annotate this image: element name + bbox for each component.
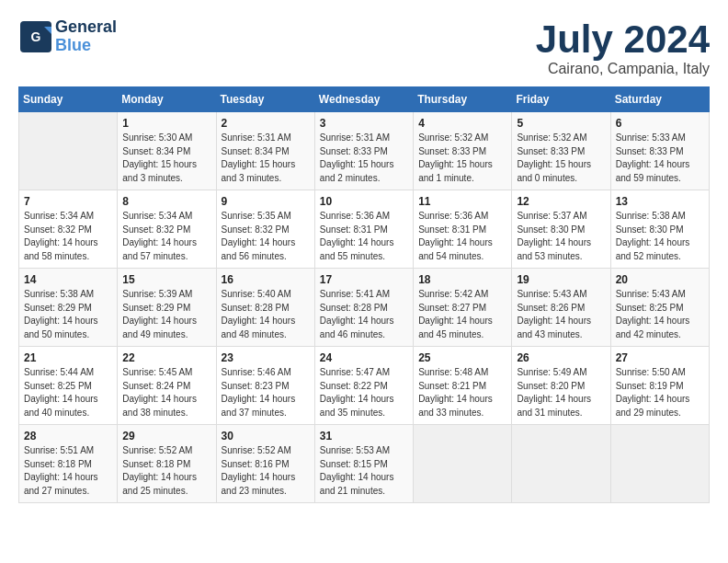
day-number: 8 bbox=[122, 195, 210, 208]
day-number: 22 bbox=[122, 351, 210, 364]
calendar-cell-w1-d7: 6Sunrise: 5:33 AM Sunset: 8:33 PM Daylig… bbox=[610, 112, 709, 190]
day-detail: Sunrise: 5:38 AM Sunset: 8:29 PM Dayligh… bbox=[24, 288, 112, 341]
day-detail: Sunrise: 5:47 AM Sunset: 8:22 PM Dayligh… bbox=[320, 366, 408, 419]
calendar-cell-w3-d1: 14Sunrise: 5:38 AM Sunset: 8:29 PM Dayli… bbox=[19, 269, 118, 347]
calendar-week-3: 14Sunrise: 5:38 AM Sunset: 8:29 PM Dayli… bbox=[19, 269, 710, 347]
day-detail: Sunrise: 5:38 AM Sunset: 8:30 PM Dayligh… bbox=[616, 210, 704, 263]
day-number: 24 bbox=[320, 351, 408, 364]
day-number: 15 bbox=[122, 273, 210, 286]
calendar-cell-w3-d3: 16Sunrise: 5:40 AM Sunset: 8:28 PM Dayli… bbox=[216, 269, 314, 347]
day-detail: Sunrise: 5:32 AM Sunset: 8:33 PM Dayligh… bbox=[517, 132, 605, 185]
day-number: 20 bbox=[616, 273, 704, 286]
calendar-cell-w4-d1: 21Sunrise: 5:44 AM Sunset: 8:25 PM Dayli… bbox=[19, 347, 118, 425]
day-number: 14 bbox=[24, 273, 112, 286]
calendar-cell-w2-d5: 11Sunrise: 5:36 AM Sunset: 8:31 PM Dayli… bbox=[414, 190, 512, 269]
calendar-cell-w1-d5: 4Sunrise: 5:32 AM Sunset: 8:33 PM Daylig… bbox=[414, 112, 512, 190]
day-detail: Sunrise: 5:41 AM Sunset: 8:28 PM Dayligh… bbox=[320, 288, 408, 341]
calendar-cell-w4-d7: 27Sunrise: 5:50 AM Sunset: 8:19 PM Dayli… bbox=[610, 347, 709, 425]
calendar-cell-w5-d2: 29Sunrise: 5:52 AM Sunset: 8:18 PM Dayli… bbox=[118, 425, 216, 503]
header-tuesday: Tuesday bbox=[216, 87, 314, 112]
calendar-cell-w1-d4: 3Sunrise: 5:31 AM Sunset: 8:33 PM Daylig… bbox=[314, 112, 413, 190]
day-detail: Sunrise: 5:31 AM Sunset: 8:34 PM Dayligh… bbox=[222, 132, 310, 185]
day-detail: Sunrise: 5:39 AM Sunset: 8:29 PM Dayligh… bbox=[122, 288, 210, 341]
day-number: 28 bbox=[24, 430, 112, 442]
day-number: 1 bbox=[122, 117, 210, 130]
day-number: 17 bbox=[320, 273, 408, 286]
calendar-cell-w4-d3: 23Sunrise: 5:46 AM Sunset: 8:23 PM Dayli… bbox=[216, 347, 314, 425]
day-number: 6 bbox=[616, 117, 704, 130]
day-number: 11 bbox=[418, 195, 506, 208]
header-saturday: Saturday bbox=[610, 87, 709, 112]
calendar-month-year: July 2024 bbox=[536, 18, 710, 61]
day-number: 10 bbox=[320, 195, 408, 208]
day-number: 25 bbox=[418, 351, 506, 364]
calendar-cell-w1-d2: 1Sunrise: 5:30 AM Sunset: 8:34 PM Daylig… bbox=[118, 112, 216, 190]
day-number: 26 bbox=[517, 351, 605, 364]
header-wednesday: Wednesday bbox=[314, 87, 413, 112]
day-detail: Sunrise: 5:36 AM Sunset: 8:31 PM Dayligh… bbox=[418, 210, 506, 263]
day-detail: Sunrise: 5:31 AM Sunset: 8:33 PM Dayligh… bbox=[320, 132, 408, 185]
calendar-table: Sunday Monday Tuesday Wednesday Thursday… bbox=[18, 86, 710, 503]
header-friday: Friday bbox=[512, 87, 610, 112]
calendar-cell-w5-d3: 30Sunrise: 5:52 AM Sunset: 8:16 PM Dayli… bbox=[216, 425, 314, 503]
calendar-cell-w2-d4: 10Sunrise: 5:36 AM Sunset: 8:31 PM Dayli… bbox=[314, 190, 413, 269]
calendar-cell-w4-d2: 22Sunrise: 5:45 AM Sunset: 8:24 PM Dayli… bbox=[118, 347, 216, 425]
day-detail: Sunrise: 5:43 AM Sunset: 8:26 PM Dayligh… bbox=[517, 288, 605, 341]
day-number: 23 bbox=[222, 351, 310, 364]
day-number: 16 bbox=[222, 273, 310, 286]
day-number: 4 bbox=[418, 117, 506, 130]
calendar-week-4: 21Sunrise: 5:44 AM Sunset: 8:25 PM Dayli… bbox=[19, 347, 710, 425]
calendar-week-5: 28Sunrise: 5:51 AM Sunset: 8:18 PM Dayli… bbox=[19, 425, 710, 503]
calendar-cell-w5-d6 bbox=[512, 425, 610, 503]
calendar-week-1: 1Sunrise: 5:30 AM Sunset: 8:34 PM Daylig… bbox=[19, 112, 710, 190]
day-detail: Sunrise: 5:44 AM Sunset: 8:25 PM Dayligh… bbox=[24, 366, 112, 419]
header-sunday: Sunday bbox=[19, 87, 118, 112]
day-detail: Sunrise: 5:52 AM Sunset: 8:16 PM Dayligh… bbox=[222, 444, 310, 498]
day-number: 21 bbox=[24, 351, 112, 364]
day-detail: Sunrise: 5:51 AM Sunset: 8:18 PM Dayligh… bbox=[24, 444, 112, 498]
day-detail: Sunrise: 5:52 AM Sunset: 8:18 PM Dayligh… bbox=[122, 444, 210, 498]
day-detail: Sunrise: 5:43 AM Sunset: 8:25 PM Dayligh… bbox=[616, 288, 704, 341]
calendar-cell-w3-d7: 20Sunrise: 5:43 AM Sunset: 8:25 PM Dayli… bbox=[610, 269, 709, 347]
calendar-cell-w3-d4: 17Sunrise: 5:41 AM Sunset: 8:28 PM Dayli… bbox=[314, 269, 413, 347]
day-number: 29 bbox=[122, 430, 210, 442]
logo-icon: G bbox=[18, 19, 53, 54]
day-number: 3 bbox=[320, 117, 408, 130]
logo-text-blue: Blue bbox=[55, 37, 117, 55]
day-detail: Sunrise: 5:40 AM Sunset: 8:28 PM Dayligh… bbox=[222, 288, 310, 341]
calendar-cell-w5-d7 bbox=[610, 425, 709, 503]
logo-text-general: General bbox=[55, 17, 117, 36]
calendar-cell-w2-d3: 9Sunrise: 5:35 AM Sunset: 8:32 PM Daylig… bbox=[216, 190, 314, 269]
day-number: 7 bbox=[24, 195, 112, 208]
day-detail: Sunrise: 5:33 AM Sunset: 8:33 PM Dayligh… bbox=[616, 132, 704, 185]
day-number: 18 bbox=[418, 273, 506, 286]
day-detail: Sunrise: 5:34 AM Sunset: 8:32 PM Dayligh… bbox=[24, 210, 112, 263]
day-number: 27 bbox=[616, 351, 704, 364]
calendar-cell-w4-d5: 25Sunrise: 5:48 AM Sunset: 8:21 PM Dayli… bbox=[414, 347, 512, 425]
day-detail: Sunrise: 5:45 AM Sunset: 8:24 PM Dayligh… bbox=[122, 366, 210, 419]
calendar-cell-w4-d4: 24Sunrise: 5:47 AM Sunset: 8:22 PM Dayli… bbox=[314, 347, 413, 425]
calendar-cell-w2-d7: 13Sunrise: 5:38 AM Sunset: 8:30 PM Dayli… bbox=[610, 190, 709, 269]
day-number: 12 bbox=[517, 195, 605, 208]
header-monday: Monday bbox=[118, 87, 216, 112]
day-number: 5 bbox=[517, 117, 605, 130]
calendar-cell-w2-d1: 7Sunrise: 5:34 AM Sunset: 8:32 PM Daylig… bbox=[19, 190, 118, 269]
logo: G General Blue bbox=[18, 18, 117, 55]
calendar-cell-w1-d1 bbox=[19, 112, 118, 190]
day-number: 2 bbox=[222, 117, 310, 130]
calendar-cell-w2-d6: 12Sunrise: 5:37 AM Sunset: 8:30 PM Dayli… bbox=[512, 190, 610, 269]
day-detail: Sunrise: 5:36 AM Sunset: 8:31 PM Dayligh… bbox=[320, 210, 408, 263]
day-detail: Sunrise: 5:49 AM Sunset: 8:20 PM Dayligh… bbox=[517, 366, 605, 419]
calendar-cell-w3-d2: 15Sunrise: 5:39 AM Sunset: 8:29 PM Dayli… bbox=[118, 269, 216, 347]
day-detail: Sunrise: 5:50 AM Sunset: 8:19 PM Dayligh… bbox=[616, 366, 704, 419]
day-detail: Sunrise: 5:30 AM Sunset: 8:34 PM Dayligh… bbox=[122, 132, 210, 185]
calendar-location: Cairano, Campania, Italy bbox=[536, 61, 710, 77]
day-detail: Sunrise: 5:53 AM Sunset: 8:15 PM Dayligh… bbox=[320, 444, 408, 498]
day-detail: Sunrise: 5:32 AM Sunset: 8:33 PM Dayligh… bbox=[418, 132, 506, 185]
page-header: G General Blue July 2024 Cairano, Campan… bbox=[18, 18, 710, 77]
calendar-cell-w1-d3: 2Sunrise: 5:31 AM Sunset: 8:34 PM Daylig… bbox=[216, 112, 314, 190]
calendar-cell-w5-d4: 31Sunrise: 5:53 AM Sunset: 8:15 PM Dayli… bbox=[314, 425, 413, 503]
calendar-cell-w1-d6: 5Sunrise: 5:32 AM Sunset: 8:33 PM Daylig… bbox=[512, 112, 610, 190]
calendar-cell-w2-d2: 8Sunrise: 5:34 AM Sunset: 8:32 PM Daylig… bbox=[118, 190, 216, 269]
day-detail: Sunrise: 5:46 AM Sunset: 8:23 PM Dayligh… bbox=[222, 366, 310, 419]
